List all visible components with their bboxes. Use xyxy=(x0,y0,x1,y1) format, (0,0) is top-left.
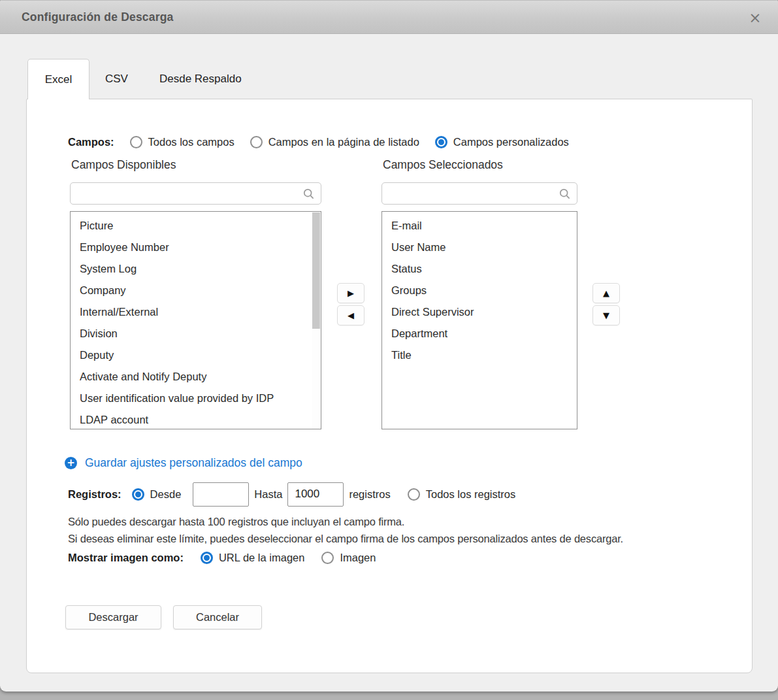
arrow-up-icon: ▲ xyxy=(603,288,609,298)
radio-url-imagen[interactable] xyxy=(201,552,213,564)
save-custom-settings-link[interactable]: + Guardar ajustes personalizados del cam… xyxy=(65,456,302,470)
option-label: Todos los registros xyxy=(426,488,516,501)
available-search-input[interactable] xyxy=(71,188,303,199)
scrollbar[interactable] xyxy=(312,212,320,429)
excel-tab-panel: Campos: Todos los campos Campos en la pá… xyxy=(26,99,753,673)
radio-campos-pagina-listado[interactable] xyxy=(250,136,263,148)
signature-limit-note: Sólo puedes descargar hasta 100 registro… xyxy=(68,513,623,547)
option-campos-pagina-listado[interactable]: Campos en la página de listado xyxy=(250,136,419,148)
option-label: Campos en la página de listado xyxy=(268,136,419,148)
download-config-dialog: Configuración de Descarga × Excel CSV De… xyxy=(0,0,778,692)
mostrar-label: Mostrar imagen como: xyxy=(68,552,184,564)
registros-suffix: registros xyxy=(349,488,390,501)
arrow-down-icon: ▼ xyxy=(603,310,609,320)
selected-search-box xyxy=(381,182,577,205)
desde-input[interactable] xyxy=(193,482,249,507)
option-desde[interactable]: Desde xyxy=(132,488,182,501)
note-line-2: Si deseas eliminar este límite, puedes d… xyxy=(68,530,623,547)
list-item[interactable]: Activate and Notify Deputy xyxy=(71,366,310,388)
option-campos-personalizados[interactable]: Campos personalizados xyxy=(435,136,569,148)
move-down-button[interactable]: ▼ xyxy=(592,305,620,325)
campos-radio-group: Campos: Todos los campos Campos en la pá… xyxy=(68,136,569,148)
available-fields-title: Campos Disponibles xyxy=(71,158,176,172)
move-left-button[interactable]: ◀ xyxy=(337,305,365,325)
list-item[interactable]: Employee Number xyxy=(71,237,310,258)
radio-desde[interactable] xyxy=(132,488,144,501)
tab-csv[interactable]: CSV xyxy=(89,59,144,99)
tab-desde-respaldo[interactable]: Desde Respaldo xyxy=(144,59,257,99)
add-icon: + xyxy=(65,457,77,469)
available-search-box xyxy=(70,182,321,205)
tab-bar: Excel CSV Desde Respaldo xyxy=(27,59,257,99)
save-link-label: Guardar ajustes personalizados del campo xyxy=(85,456,302,470)
close-icon[interactable]: × xyxy=(744,1,766,35)
hasta-input[interactable] xyxy=(287,482,344,507)
search-icon xyxy=(303,188,314,199)
arrow-right-icon: ▶ xyxy=(348,288,354,298)
dialog-title: Configuración de Descarga xyxy=(22,10,174,24)
cancel-button[interactable]: Cancelar xyxy=(173,605,262,629)
campos-label: Campos: xyxy=(68,136,114,148)
registros-radio-group: Registros: Desde Hasta registros Todos l… xyxy=(68,482,522,507)
move-right-button[interactable]: ▶ xyxy=(337,283,365,303)
list-item[interactable]: Picture xyxy=(71,215,310,237)
option-label: Imagen xyxy=(340,552,376,564)
list-item[interactable]: User identification value provided by ID… xyxy=(71,388,310,409)
list-item[interactable]: LDAP account xyxy=(71,409,310,429)
option-label: Todos los campos xyxy=(148,136,235,148)
image-display-radio-group: Mostrar imagen como: URL de la imagen Im… xyxy=(68,552,376,564)
scrollbar-thumb[interactable] xyxy=(312,212,320,329)
option-todos-los-registros[interactable]: Todos los registros xyxy=(408,488,516,501)
list-item[interactable]: Status xyxy=(382,258,577,280)
option-label: URL de la imagen xyxy=(219,552,304,564)
selected-fields-list: E-mailUser NameStatusGroupsDirect Superv… xyxy=(381,211,577,429)
list-item[interactable]: Internal/External xyxy=(71,301,310,323)
selected-fields-title: Campos Seleccionados xyxy=(383,158,503,172)
list-item[interactable]: Groups xyxy=(382,280,577,301)
list-item[interactable]: Deputy xyxy=(71,344,310,366)
option-label: Desde xyxy=(150,488,182,501)
radio-campos-personalizados[interactable] xyxy=(435,136,447,148)
available-fields-list: PictureEmployee NumberSystem LogCompanyI… xyxy=(70,211,321,429)
selected-search-input[interactable] xyxy=(382,188,559,199)
tab-excel[interactable]: Excel xyxy=(27,59,89,99)
list-item[interactable]: Department xyxy=(382,323,577,344)
list-item[interactable]: System Log xyxy=(71,258,310,280)
list-item[interactable]: E-mail xyxy=(382,215,577,237)
option-imagen[interactable]: Imagen xyxy=(321,552,376,564)
hasta-label: Hasta xyxy=(254,488,282,501)
radio-todos-los-registros[interactable] xyxy=(408,488,420,501)
radio-todos-los-campos[interactable] xyxy=(130,136,142,148)
list-item[interactable]: Title xyxy=(382,344,577,366)
list-item[interactable]: Division xyxy=(71,323,310,344)
dialog-titlebar: Configuración de Descarga × xyxy=(0,0,778,34)
list-item[interactable]: User Name xyxy=(382,237,577,258)
registros-label: Registros: xyxy=(68,488,122,501)
search-icon xyxy=(559,188,570,199)
arrow-left-icon: ◀ xyxy=(348,310,354,320)
option-todos-los-campos[interactable]: Todos los campos xyxy=(130,136,235,148)
download-button[interactable]: Descargar xyxy=(65,605,161,629)
list-item[interactable]: Company xyxy=(71,280,310,301)
note-line-1: Sólo puedes descargar hasta 100 registro… xyxy=(68,513,623,530)
option-url-imagen[interactable]: URL de la imagen xyxy=(201,552,304,564)
move-up-button[interactable]: ▲ xyxy=(592,283,620,303)
radio-imagen[interactable] xyxy=(321,552,334,564)
list-item[interactable]: Direct Supervisor xyxy=(382,301,577,323)
option-label: Campos personalizados xyxy=(453,136,569,148)
